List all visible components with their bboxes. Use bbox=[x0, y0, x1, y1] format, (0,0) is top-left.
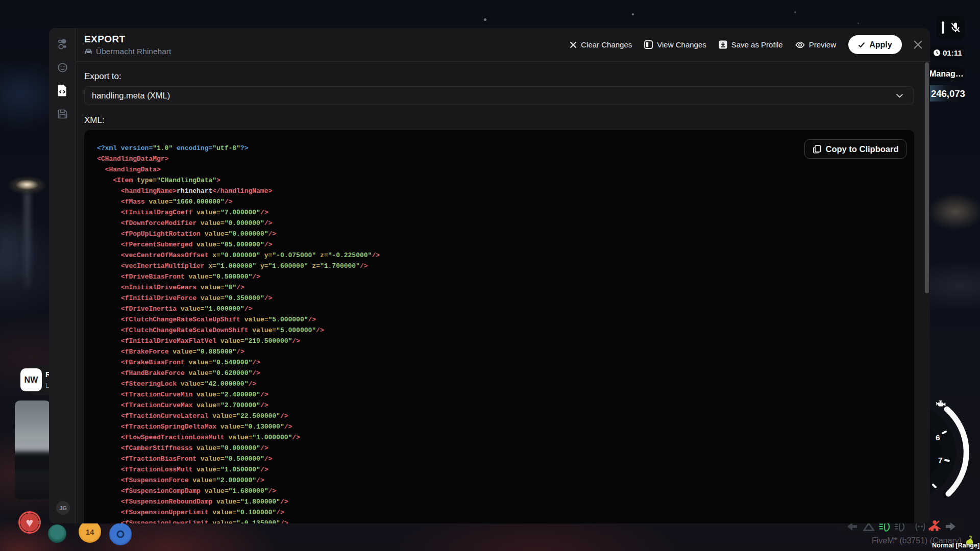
svg-text:6: 6 bbox=[936, 433, 940, 442]
svg-text:7: 7 bbox=[938, 456, 943, 464]
